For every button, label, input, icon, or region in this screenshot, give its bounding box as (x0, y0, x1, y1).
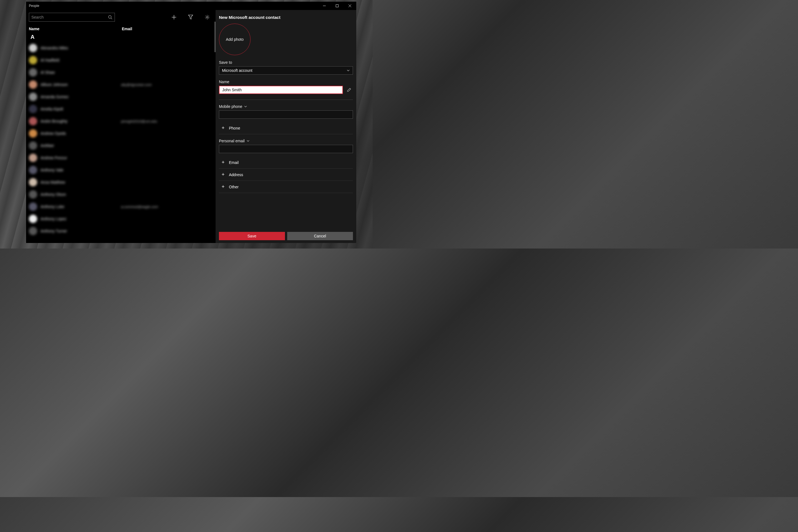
avatar (29, 129, 37, 137)
svg-point-4 (109, 16, 111, 18)
add-email-button[interactable]: + Email (219, 156, 353, 169)
contact-row[interactable]: Andre Broughtypinsight2010@um.edu (26, 115, 216, 127)
mobile-phone-label[interactable]: Mobile phone (219, 104, 353, 109)
column-email[interactable]: Email (122, 26, 213, 31)
settings-button[interactable] (202, 12, 213, 23)
contact-name: Amelia Kipolt (40, 107, 121, 111)
add-contact-button[interactable] (168, 12, 180, 23)
contact-email: pinsight2010@um.edu (121, 119, 157, 124)
contact-email: ally@dgrocker.com (121, 83, 152, 87)
contact-row[interactable]: Anthony Turner (26, 225, 216, 237)
contact-name: Anza Matthew (40, 180, 121, 185)
contact-email: a.commod@eagle.com (121, 205, 158, 209)
close-button[interactable] (344, 2, 356, 10)
avatar (29, 203, 37, 211)
avatar (29, 68, 37, 77)
personal-email-label[interactable]: Personal email (219, 139, 353, 143)
filter-icon (188, 15, 193, 20)
avatar (29, 190, 37, 198)
filter-button[interactable] (185, 12, 196, 23)
avatar (29, 141, 37, 150)
contact-row[interactable]: Anthber (26, 139, 216, 152)
contact-row[interactable]: Anthony Olson (26, 188, 216, 201)
plus-icon (171, 15, 177, 20)
edit-name-button[interactable] (345, 86, 353, 94)
avatar (29, 166, 37, 174)
people-app-window: People (26, 2, 356, 243)
save-to-dropdown[interactable]: Microsoft account (219, 66, 353, 75)
contact-name: Anthony Vale (40, 168, 121, 172)
new-contact-panel: New Microsoft account contact Add photo … (216, 10, 356, 243)
contact-row[interactable]: Al Hadfield (26, 54, 216, 66)
save-to-label: Save to (219, 60, 353, 64)
contact-name: Anthber (40, 144, 121, 148)
avatar (29, 178, 37, 186)
add-phone-button[interactable]: + Phone (219, 122, 353, 134)
contact-name: Andrew Ponzur (40, 156, 121, 160)
mobile-phone-input[interactable] (219, 110, 353, 119)
add-photo-button[interactable]: Add photo (219, 23, 250, 55)
contact-row[interactable]: Andrew Oyeds (26, 127, 216, 139)
column-name[interactable]: Name (29, 26, 122, 31)
avatar (29, 117, 37, 126)
contact-list[interactable]: Alexandra MilesAl HadfieldAl ShawAllison… (26, 42, 216, 243)
search-icon (108, 15, 112, 19)
columns-header: Name Email (26, 24, 216, 33)
contact-row[interactable]: Allison Johnsonally@dgrocker.com (26, 78, 216, 91)
add-other-button[interactable]: + Other (219, 181, 353, 193)
save-button[interactable]: Save (219, 232, 285, 240)
chevron-down-icon (246, 139, 250, 142)
contact-row[interactable]: Anza Matthew (26, 176, 216, 188)
pencil-icon (347, 88, 351, 92)
section-letter[interactable]: A (26, 33, 216, 42)
avatar (29, 44, 37, 52)
contact-row[interactable]: Anthony Vale (26, 164, 216, 176)
contact-name: Anthony Lopez (40, 216, 121, 221)
close-icon (349, 4, 351, 7)
contact-row[interactable]: Andrew Ponzur (26, 152, 216, 164)
avatar (29, 154, 37, 162)
plus-icon: + (221, 159, 226, 165)
contact-row[interactable]: Alexandra Miles (26, 42, 216, 54)
contact-row[interactable]: Anthony Lopez (26, 213, 216, 225)
contact-name: Anthony Luke (40, 205, 121, 209)
svg-line-5 (111, 18, 112, 19)
maximize-button[interactable] (331, 2, 344, 10)
titlebar: People (26, 2, 356, 10)
add-photo-label: Add photo (226, 37, 244, 42)
avatar (29, 93, 37, 101)
maximize-icon (336, 4, 338, 7)
contact-row[interactable]: Al Shaw (26, 66, 216, 78)
minimize-button[interactable] (318, 2, 331, 10)
personal-email-input[interactable] (219, 145, 353, 153)
cancel-button[interactable]: Cancel (287, 232, 353, 240)
contact-name: Allison Johnson (40, 82, 121, 87)
contact-row[interactable]: Anthony Lukea.commod@eagle.com (26, 201, 216, 213)
search-input[interactable] (31, 15, 108, 19)
gear-icon (205, 15, 210, 20)
avatar (29, 80, 37, 89)
svg-point-9 (206, 16, 208, 18)
plus-icon: + (221, 172, 226, 177)
plus-icon: + (221, 125, 226, 131)
search-box[interactable] (29, 13, 115, 22)
name-label: Name (219, 80, 353, 84)
name-input[interactable] (219, 86, 343, 94)
contact-name: Anthony Olson (40, 192, 121, 197)
contact-name: Alexandra Miles (40, 46, 121, 50)
add-address-label: Address (229, 172, 243, 177)
contact-row[interactable]: Amanda Gomez (26, 91, 216, 103)
avatar (29, 105, 37, 113)
contacts-pane: Name Email A Alexandra MilesAl HadfieldA… (26, 10, 216, 243)
contact-name: Amanda Gomez (40, 95, 121, 99)
window-title: People (29, 4, 39, 8)
svg-rect-1 (336, 5, 338, 7)
contact-name: Al Hadfield (40, 58, 121, 62)
avatar (29, 215, 37, 223)
scrollbar[interactable] (215, 22, 216, 52)
add-address-button[interactable]: + Address (219, 169, 353, 181)
add-other-label: Other (229, 185, 239, 189)
window-controls (318, 2, 356, 10)
minimize-icon (323, 4, 326, 7)
contact-row[interactable]: Amelia Kipolt (26, 103, 216, 115)
